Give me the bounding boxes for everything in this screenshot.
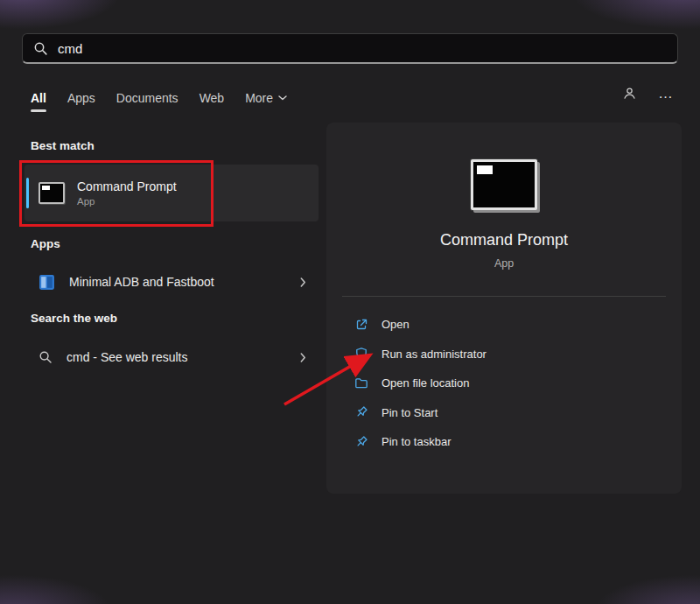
pin-icon <box>354 435 368 449</box>
windows-search-flyout: All Apps Documents Web More … Best match… <box>0 0 700 604</box>
tab-apps[interactable]: Apps <box>67 91 95 105</box>
action-list: Open Run as administrator Open file loca… <box>344 310 664 457</box>
best-match-heading: Best match <box>31 139 94 152</box>
action-open[interactable]: Open <box>344 310 664 340</box>
list-item-label: cmd - See web results <box>66 350 188 364</box>
list-item-web-results[interactable]: cmd - See web results <box>24 341 318 374</box>
action-label: Open file location <box>382 376 469 390</box>
selection-accent-bar <box>26 178 29 208</box>
tab-more-label: More <box>245 91 273 105</box>
chevron-right-icon <box>300 353 306 362</box>
best-match-item-command-prompt[interactable]: Command Prompt App <box>24 165 318 221</box>
tab-documents-label: Documents <box>116 91 178 105</box>
search-input[interactable] <box>58 41 667 56</box>
action-label: Open <box>382 318 410 331</box>
pin-icon <box>354 405 368 419</box>
action-pin-to-taskbar[interactable]: Pin to taskbar <box>344 427 664 457</box>
search-icon <box>38 350 52 364</box>
search-icon <box>33 41 48 56</box>
action-pin-to-start[interactable]: Pin to Start <box>344 398 664 428</box>
tab-all-label: All <box>31 91 46 105</box>
tab-web[interactable]: Web <box>200 91 225 105</box>
preview-title: Command Prompt <box>326 231 682 249</box>
panel-divider <box>342 296 666 297</box>
open-icon <box>354 318 368 332</box>
adb-app-icon <box>38 274 55 291</box>
chevron-down-icon <box>278 95 287 101</box>
action-run-as-administrator[interactable]: Run as administrator <box>344 340 664 369</box>
search-web-heading: Search the web <box>31 312 117 325</box>
action-label: Pin to Start <box>382 406 438 419</box>
apps-heading: Apps <box>31 237 60 250</box>
command-prompt-icon-large <box>471 159 537 210</box>
tab-more[interactable]: More <box>245 91 287 105</box>
preview-panel: Command Prompt App Open Run as administr… <box>326 123 682 494</box>
list-item-minimal-adb[interactable]: Minimal ADB and Fastboot <box>24 265 318 298</box>
list-item-label: Minimal ADB and Fastboot <box>69 275 214 289</box>
action-label: Pin to taskbar <box>382 435 452 448</box>
action-label: Run as administrator <box>382 348 486 361</box>
best-match-subtitle: App <box>77 196 177 207</box>
account-icon[interactable] <box>622 86 637 101</box>
tab-apps-label: Apps <box>67 91 95 105</box>
best-match-title: Command Prompt <box>77 179 177 193</box>
filter-tabs: All Apps Documents Web More <box>31 88 287 109</box>
more-options-button[interactable]: … <box>658 89 674 98</box>
tab-all[interactable]: All <box>31 91 46 105</box>
tab-documents[interactable]: Documents <box>116 91 178 105</box>
search-bar[interactable] <box>22 33 678 64</box>
tab-web-label: Web <box>200 91 225 105</box>
folder-icon <box>354 376 368 390</box>
topbar-controls: … <box>622 86 674 101</box>
command-prompt-icon <box>38 182 65 204</box>
preview-subtitle: App <box>326 257 682 270</box>
shield-icon <box>354 347 368 361</box>
action-open-file-location[interactable]: Open file location <box>344 369 664 398</box>
chevron-right-icon <box>300 277 306 287</box>
